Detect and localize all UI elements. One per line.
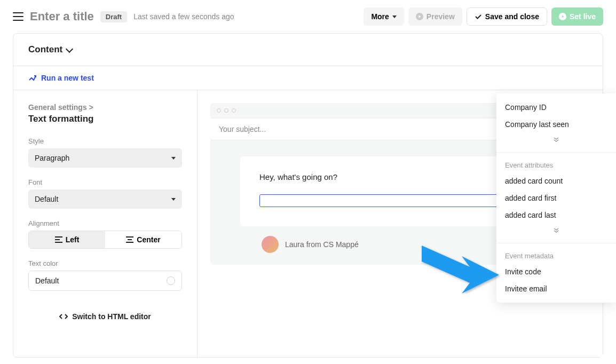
- font-field: Font Default: [28, 178, 182, 209]
- topbar-actions: More Preview Save and close Set live: [364, 7, 603, 26]
- alignment-segment: Left Center: [28, 231, 182, 249]
- event-metadata-label: Event metadata: [496, 249, 616, 263]
- expand-icon[interactable]: [496, 224, 616, 238]
- company-section: Company ID Company last seen: [496, 93, 616, 153]
- dd-item-added-card-first[interactable]: added card first: [496, 189, 616, 207]
- align-left-icon: [55, 236, 62, 243]
- code-icon: [59, 313, 68, 320]
- font-value: Default: [35, 195, 58, 203]
- align-center-icon: [126, 236, 133, 243]
- save-close-label: Save and close: [485, 12, 539, 21]
- event-attributes-label: Event attributes: [496, 158, 616, 172]
- text-color-value: Default: [35, 276, 59, 285]
- event-metadata-section: Event metadata Invite code Invitee email: [496, 243, 616, 303]
- preview-button[interactable]: Preview: [408, 7, 462, 26]
- text-color-field: Text color Default: [28, 259, 182, 291]
- align-center-button[interactable]: Center: [105, 231, 181, 248]
- alignment-label: Alignment: [28, 219, 182, 227]
- test-icon: [28, 74, 37, 82]
- svg-point-1: [559, 13, 566, 20]
- expand-icon[interactable]: [496, 133, 616, 147]
- text-color-select[interactable]: Default: [28, 271, 182, 291]
- check-icon: [475, 13, 482, 20]
- dd-item-company-id[interactable]: Company ID: [496, 99, 616, 116]
- set-live-button[interactable]: Set live: [551, 7, 603, 26]
- draft-badge: Draft: [100, 11, 127, 22]
- dd-item-added-card-last[interactable]: added card last: [496, 207, 616, 224]
- preview-label: Preview: [427, 12, 455, 21]
- align-left-button[interactable]: Left: [29, 231, 105, 248]
- caret-down-icon: [171, 198, 176, 201]
- play-icon: [416, 13, 423, 20]
- align-center-label: Center: [137, 235, 160, 244]
- more-label: More: [371, 12, 389, 21]
- svg-point-0: [416, 13, 423, 20]
- topbar: Enter a title Draft Last saved a few sec…: [0, 0, 616, 33]
- content-title: Content: [28, 44, 62, 55]
- save-close-button[interactable]: Save and close: [467, 7, 547, 26]
- run-test-link[interactable]: Run a new test: [13, 66, 603, 90]
- attribute-dropdown: Company ID Company last seen Event attri…: [496, 93, 616, 303]
- text-color-label: Text color: [28, 259, 182, 267]
- play-icon: [559, 13, 566, 20]
- align-left-label: Left: [66, 235, 80, 244]
- avatar: [262, 236, 279, 253]
- more-button[interactable]: More: [364, 7, 404, 26]
- switch-html-button[interactable]: Switch to HTML editor: [28, 312, 182, 321]
- caret-down-icon: [392, 15, 397, 18]
- dd-item-invitee-email[interactable]: Invitee email: [496, 280, 616, 297]
- run-test-label: Run a new test: [41, 74, 94, 82]
- caret-down-icon: [171, 157, 176, 160]
- sender-name: Laura from CS Mappé: [285, 240, 359, 249]
- menu-icon[interactable]: [13, 12, 23, 21]
- switch-html-label: Switch to HTML editor: [72, 312, 151, 321]
- color-swatch-icon: [167, 276, 175, 285]
- section-title: Text formatting: [28, 114, 182, 124]
- event-attributes-section: Event attributes added card count added …: [496, 153, 616, 243]
- settings-sidebar: General settings > Text formatting Style…: [13, 90, 198, 357]
- dd-item-added-card-count[interactable]: added card count: [496, 172, 616, 189]
- style-field: Style Paragraph: [28, 137, 182, 168]
- dd-item-invite-code[interactable]: Invite code: [496, 263, 616, 280]
- style-label: Style: [28, 137, 182, 145]
- save-status: Last saved a few seconds ago: [133, 12, 234, 21]
- chevron-down-icon: [66, 45, 73, 52]
- breadcrumb[interactable]: General settings >: [28, 103, 182, 112]
- dd-item-company-last-seen[interactable]: Company last seen: [496, 116, 616, 133]
- font-label: Font: [28, 178, 182, 186]
- set-live-label: Set live: [570, 12, 596, 21]
- page-title[interactable]: Enter a title: [30, 10, 94, 23]
- style-select[interactable]: Paragraph: [28, 148, 182, 168]
- style-value: Paragraph: [35, 154, 69, 162]
- alignment-field: Alignment Left Center: [28, 219, 182, 249]
- font-select[interactable]: Default: [28, 189, 182, 209]
- content-header[interactable]: Content: [13, 34, 603, 66]
